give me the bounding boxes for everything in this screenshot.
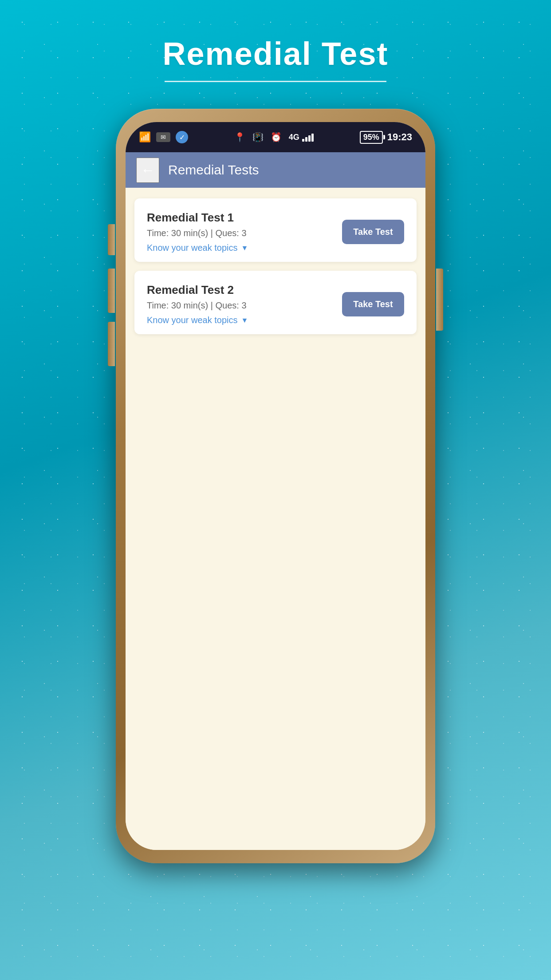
- page-title-underline: [165, 81, 386, 82]
- phone-frame: 📶 ✉ ✓ 📍 📳 ⏰ 4G: [116, 109, 435, 863]
- battery-indicator: 95%: [360, 131, 383, 144]
- content-area: Remedial Test 1 Time: 30 min(s) | Ques: …: [126, 188, 425, 850]
- page-title: Remedial Test: [163, 36, 389, 72]
- test-card-2: Remedial Test 2 Time: 30 min(s) | Ques: …: [134, 271, 417, 334]
- test-card-1: Remedial Test 1 Time: 30 min(s) | Ques: …: [134, 198, 417, 262]
- status-left-icons: 📶 ✉ ✓: [139, 131, 188, 143]
- status-right-icons: 95% 19:23: [360, 131, 412, 144]
- signal-bar-3: [308, 135, 311, 142]
- take-test-button-2[interactable]: Take Test: [342, 292, 404, 316]
- check-icon: ✓: [176, 131, 188, 143]
- signal-4g-label: 4G: [289, 133, 299, 142]
- header-title: Remedial Tests: [168, 162, 259, 178]
- phone-button-volume-down: [108, 322, 115, 366]
- test-1-name: Remedial Test 1: [147, 211, 342, 225]
- wifi-icon: 📶: [139, 131, 151, 143]
- phone-screen: 📶 ✉ ✓ 📍 📳 ⏰ 4G: [126, 122, 425, 850]
- test-2-meta: Time: 30 min(s) | Ques: 3: [147, 300, 342, 311]
- test-1-weak-topics-label: Know your weak topics: [147, 243, 238, 253]
- alarm-icon: ⏰: [271, 132, 282, 142]
- phone-outer: 📶 ✉ ✓ 📍 📳 ⏰ 4G: [116, 109, 435, 863]
- test-2-name: Remedial Test 2: [147, 283, 342, 297]
- test-card-2-left: Remedial Test 2 Time: 30 min(s) | Ques: …: [147, 283, 342, 325]
- phone-button-power: [436, 269, 443, 331]
- test-1-meta: Time: 30 min(s) | Ques: 3: [147, 228, 342, 238]
- test-2-weak-topics[interactable]: Know your weak topics ▼: [147, 315, 342, 325]
- app-header: ← Remedial Tests: [126, 152, 425, 188]
- vibrate-icon: 📳: [252, 132, 264, 142]
- dropdown-arrow-icon-2: ▼: [241, 316, 248, 324]
- status-bar: 📶 ✉ ✓ 📍 📳 ⏰ 4G: [126, 122, 425, 152]
- signal-bars: [302, 133, 314, 142]
- signal-bar-4: [311, 134, 314, 142]
- dropdown-arrow-icon: ▼: [241, 244, 248, 252]
- phone-button-volume-up: [108, 269, 115, 313]
- phone-button-silent: [108, 224, 115, 255]
- back-button[interactable]: ←: [136, 158, 159, 183]
- status-center-icons: 📍 📳 ⏰ 4G: [234, 132, 314, 142]
- test-1-weak-topics[interactable]: Know your weak topics ▼: [147, 243, 342, 253]
- test-2-weak-topics-label: Know your weak topics: [147, 315, 238, 325]
- signal-bar-1: [302, 139, 304, 142]
- signal-group: 4G: [289, 133, 314, 142]
- signal-bar-2: [305, 137, 307, 142]
- page-title-section: Remedial Test: [163, 36, 389, 82]
- battery-percent: 95%: [363, 133, 379, 142]
- take-test-button-1[interactable]: Take Test: [342, 220, 404, 244]
- status-time: 19:23: [387, 131, 412, 143]
- location-icon: 📍: [234, 132, 245, 142]
- notification-icon: ✉: [156, 132, 170, 142]
- test-card-1-left: Remedial Test 1 Time: 30 min(s) | Ques: …: [147, 211, 342, 253]
